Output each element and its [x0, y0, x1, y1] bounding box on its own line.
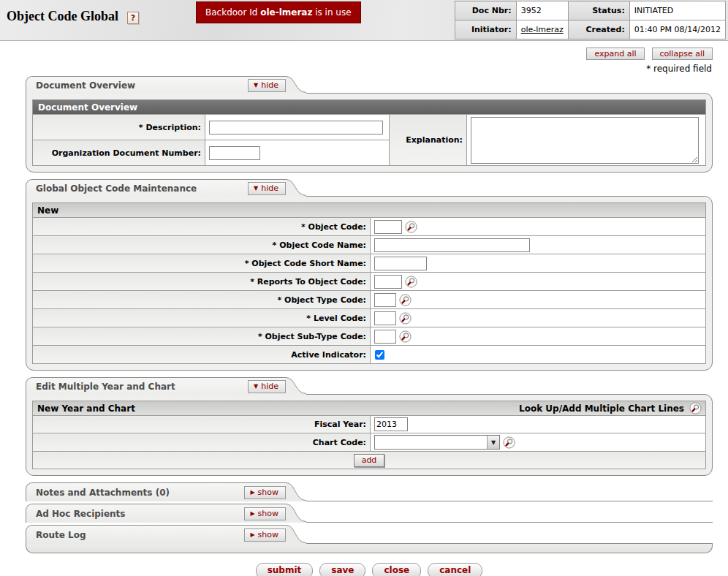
expand-all-button[interactable]: expand all: [586, 48, 644, 60]
submit-button[interactable]: submit: [256, 563, 314, 576]
chart-code-lookup-icon[interactable]: [503, 436, 515, 449]
table-row: Fiscal Year:: [33, 416, 706, 433]
created-value: 01:40 PM 08/14/2012: [629, 20, 725, 39]
triangle-right-icon: ▶: [250, 510, 254, 517]
org-doc-number-input[interactable]: [209, 146, 260, 160]
created-label: Created:: [568, 20, 629, 39]
object-code-label: * Object Code:: [33, 218, 371, 236]
tab-curve-decoration: [286, 179, 306, 197]
triangle-down-icon: ▼: [254, 185, 258, 192]
section-global-object-code-maintenance: Global Object Code Maintenance ▼hide New…: [26, 179, 713, 371]
tab-edit-multiple-year-and-chart: Edit Multiple Year and Chart ▼hide: [26, 377, 286, 395]
backdoor-banner: Backdoor Id ole-lmeraz is in use: [196, 1, 361, 23]
new-year-chart-bar-title: New Year and Chart: [37, 403, 135, 414]
triangle-right-icon: ▶: [250, 531, 254, 538]
tab-global-object-code-maintenance: Global Object Code Maintenance ▼hide: [26, 179, 286, 197]
reports-to-object-code-input[interactable]: [374, 275, 402, 289]
collapse-all-button[interactable]: collapse all: [652, 48, 713, 60]
object-code-lookup-icon[interactable]: [405, 221, 417, 233]
show-notes-button[interactable]: ▶show: [244, 486, 286, 499]
active-indicator-checkbox[interactable]: [375, 350, 384, 360]
object-code-name-input[interactable]: [374, 238, 530, 252]
table-row: * Object Type Code:: [33, 291, 706, 309]
table-row: Chart Code: ▼: [33, 433, 706, 452]
multiple-chart-lines-lookup-icon[interactable]: [689, 402, 702, 414]
hide-year-chart-button[interactable]: ▼hide: [248, 380, 286, 393]
table-row: * Reports To Object Code:: [33, 273, 706, 291]
table-row: add: [33, 452, 706, 469]
show-ad-hoc-button[interactable]: ▶show: [244, 507, 286, 520]
show-route-log-button[interactable]: ▶show: [244, 528, 286, 542]
object-type-code-input[interactable]: [374, 293, 396, 307]
reports-to-object-code-label: * Reports To Object Code:: [33, 273, 371, 291]
table-row: * Object Code:: [33, 218, 706, 236]
tab-document-overview-title: Document Overview: [36, 80, 135, 91]
active-indicator-label: Active Indicator:: [33, 346, 371, 364]
tab-ad-hoc-title: Ad Hoc Recipients: [36, 509, 126, 519]
section-route-log: Route Log ▶show: [26, 525, 713, 544]
cancel-button[interactable]: cancel: [428, 563, 482, 576]
object-code-short-name-input[interactable]: [374, 257, 427, 270]
section-notes-and-attachments: Notes and Attachments (0) ▶show: [26, 482, 713, 504]
document-overview-bar: Document Overview: [32, 99, 706, 114]
explanation-textarea[interactable]: [471, 117, 699, 164]
chart-code-selected-value: [375, 436, 487, 449]
lookup-add-multiple-chart-lines-label: Look Up/Add Multiple Chart Lines: [519, 403, 684, 414]
required-field-note: * required field: [26, 64, 712, 74]
hide-document-overview-button[interactable]: ▼hide: [248, 79, 286, 92]
backdoor-banner-prefix: Backdoor Id: [205, 7, 260, 18]
description-label: * Description:: [33, 115, 205, 140]
object-code-global-page: Object Code Global ? Backdoor Id ole-lme…: [0, 0, 728, 576]
fiscal-year-input[interactable]: [374, 417, 408, 431]
initiator-link[interactable]: ole-lmeraz: [521, 25, 564, 34]
triangle-right-icon: ▶: [250, 489, 254, 496]
tab-curve-decoration: [286, 482, 306, 501]
explanation-label: Explanation:: [390, 115, 467, 166]
object-sub-type-code-input[interactable]: [374, 330, 396, 344]
table-row: Active Indicator:: [33, 346, 706, 364]
object-type-code-lookup-icon[interactable]: [399, 294, 412, 306]
description-input[interactable]: [209, 121, 383, 134]
save-button[interactable]: save: [319, 563, 365, 576]
add-button[interactable]: add: [354, 454, 385, 467]
tab-notes-and-attachments: Notes and Attachments (0) ▶show: [26, 482, 286, 501]
hide-label: hide: [261, 183, 278, 193]
tab-route-log-title: Route Log: [36, 530, 86, 540]
form-actions: submit save close cancel: [26, 563, 713, 576]
section-edit-multiple-year-and-chart: Edit Multiple Year and Chart ▼hide New Y…: [26, 377, 713, 476]
help-icon[interactable]: ?: [127, 12, 139, 24]
table-row: * Object Code Name:: [33, 236, 706, 254]
chart-code-label: Chart Code:: [33, 433, 371, 452]
page-title: Object Code Global: [7, 9, 118, 24]
level-code-input[interactable]: [374, 311, 396, 325]
reports-to-object-code-lookup-icon[interactable]: [405, 276, 417, 288]
doc-nbr-label: Doc Nbr:: [455, 1, 516, 20]
triangle-down-icon: ▼: [254, 383, 258, 390]
new-bar-title: New: [37, 205, 58, 216]
tab-document-overview: Document Overview ▼hide: [26, 76, 286, 94]
level-code-label: * Level Code:: [33, 309, 371, 327]
chevron-down-icon[interactable]: ▼: [487, 436, 499, 449]
level-code-lookup-icon[interactable]: [399, 312, 412, 325]
close-button[interactable]: close: [372, 563, 421, 576]
object-code-input[interactable]: [374, 220, 402, 234]
status-value: INITIATED: [629, 1, 725, 20]
object-code-short-name-label: * Object Code Short Name:: [33, 254, 371, 273]
chart-code-select[interactable]: ▼: [374, 435, 500, 450]
initiator-label: Initiator:: [455, 20, 516, 39]
show-label: show: [258, 488, 278, 497]
object-type-code-label: * Object Type Code:: [33, 291, 371, 309]
tab-global-maintenance-title: Global Object Code Maintenance: [36, 183, 197, 194]
org-doc-number-label: Organization Document Number:: [33, 140, 205, 166]
section-ad-hoc-recipients: Ad Hoc Recipients ▶show: [26, 504, 713, 525]
global-maintenance-panel: New * Object Code: * Object Code Name: *…: [26, 196, 713, 371]
backdoor-banner-user: ole-lmeraz: [260, 7, 312, 18]
table-row: * Level Code:: [33, 309, 706, 327]
backdoor-banner-suffix: is in use: [312, 7, 351, 18]
table-row: * Object Sub-Type Code:: [33, 327, 706, 346]
object-sub-type-code-lookup-icon[interactable]: [399, 330, 412, 343]
section-document-overview: Document Overview ▼hide Document Overvie…: [26, 76, 713, 173]
fiscal-year-label: Fiscal Year:: [33, 416, 371, 433]
hide-global-maintenance-button[interactable]: ▼hide: [248, 182, 286, 195]
year-chart-panel: New Year and Chart Look Up/Add Multiple …: [26, 394, 713, 476]
